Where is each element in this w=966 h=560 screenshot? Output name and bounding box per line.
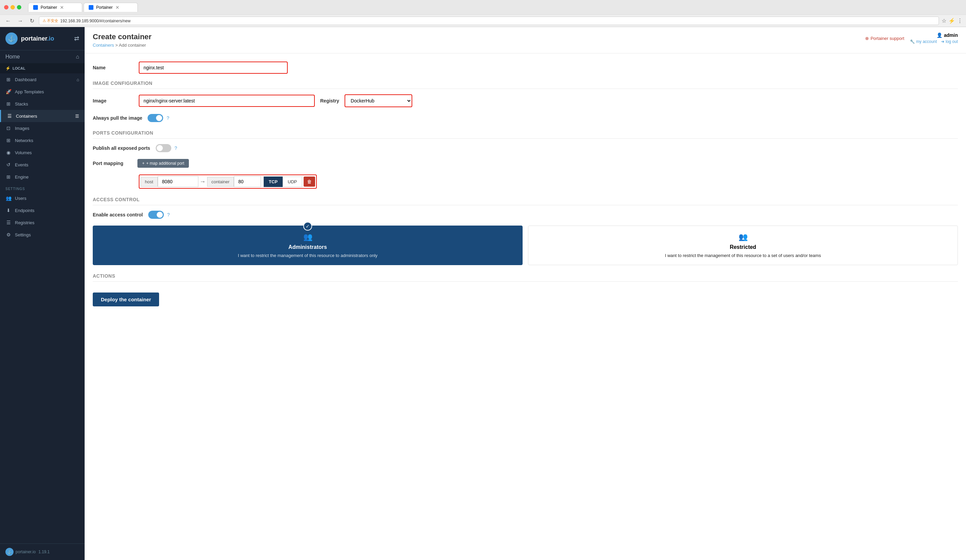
users-icon: 👥 [5,195,12,201]
containers-icon: ☰ [7,113,13,119]
browser-chrome: Portainer ✕ Portainer ✕ ← → ↻ ⚠ 不安全 192.… [0,0,966,27]
user-info: 👤 admin 🔧 my account ➜ log out [910,33,958,44]
user-actions: 🔧 my account ➜ log out [910,39,958,44]
sidebar-item-volumes[interactable]: ◉ Volumes [0,146,85,159]
sidebar-item-endpoints-inner: ⬇ Endpoints [5,208,34,213]
forward-button[interactable]: → [16,17,25,25]
sidebar-item-dashboard[interactable]: ⊞ Dashboard ⌂ [0,74,85,85]
portainer-logo-dot: .io [47,35,54,42]
access-card-restricted[interactable]: 👥 Restricted I want to restrict the mana… [528,226,958,265]
registry-select[interactable]: DockerHub [345,94,412,107]
sidebar-footer-logo: ⚓ portainer.io [5,548,36,556]
port-tcp-button[interactable]: TCP [264,177,283,187]
minimize-dot[interactable] [10,5,15,10]
endpoints-icon: ⬇ [5,208,12,213]
tab-label-1: Portainer [41,5,57,10]
name-row: Name [93,62,958,74]
sidebar-item-users[interactable]: 👥 Users [0,192,85,204]
image-input[interactable] [139,95,315,107]
image-config-inner: Registry DockerHub [139,94,958,107]
bookmark-icon[interactable]: ☆ [941,18,946,24]
sidebar-item-containers-label: Containers [16,114,37,119]
page-title: Create container [93,33,152,41]
sidebar-item-images-label: Images [15,126,30,131]
publish-all-toggle[interactable] [156,144,171,152]
user-name-text: admin [944,33,958,38]
actions-title: Actions [93,273,958,282]
support-link[interactable]: ⊗ Portainer support [865,36,904,41]
security-warning: ⚠ 不安全 [43,18,58,23]
publish-all-help-icon[interactable]: ? [175,146,177,151]
deploy-button[interactable]: Deploy the container [93,293,159,306]
breadcrumb-separator: > Add container [115,43,146,47]
extension-icon[interactable]: ⚡ [948,18,955,24]
maximize-dot[interactable] [17,5,21,10]
port-arrow-icon: → [198,178,207,185]
browser-tab-1[interactable]: Portainer ✕ [28,3,82,12]
tab-close-1[interactable]: ✕ [60,5,64,10]
always-pull-toggle[interactable] [148,114,163,122]
sidebar-item-engine-label: Engine [15,175,28,180]
user-name: 👤 admin [936,33,958,38]
port-host-input[interactable] [158,176,198,187]
browser-tab-2[interactable]: Portainer ✕ [84,3,138,12]
browser-actions: ☆ ⚡ ⋮ [941,18,963,24]
sidebar-item-engine[interactable]: ⊞ Engine [0,171,85,183]
restricted-card-icon: 👥 [535,233,951,241]
back-button[interactable]: ← [3,17,13,25]
sidebar-item-settings[interactable]: ⚙ Settings [0,229,85,241]
always-pull-toggle-wrap: ? [148,114,169,122]
name-input[interactable] [139,62,288,74]
sidebar-item-images[interactable]: ⊡ Images [0,122,85,134]
sidebar-home[interactable]: Home ⌂ [0,51,85,63]
enable-access-toggle[interactable] [148,211,164,219]
restricted-card-title: Restricted [535,244,951,250]
address-bar[interactable]: ⚠ 不安全 192.168.39.185:9000/#/containers/n… [39,16,939,25]
map-additional-port-button[interactable]: + + map additional port [137,159,189,168]
sidebar-item-endpoints[interactable]: ⬇ Endpoints [0,204,85,216]
my-account-link[interactable]: 🔧 my account [910,39,937,44]
menu-icon[interactable]: ⋮ [957,18,963,24]
sidebar-item-networks[interactable]: ⊞ Networks [0,134,85,146]
sidebar-item-registries-label: Registries [15,220,34,225]
restricted-card-desc: I want to restrict the management of thi… [535,253,951,258]
sidebar-item-engine-inner: ⊞ Engine [5,174,28,180]
port-udp-button[interactable]: UDP [283,177,302,187]
footer-version: 1.19.1 [38,550,49,554]
logout-link[interactable]: ➜ log out [941,39,958,44]
my-account-label: my account [916,39,937,44]
app-layout: ⚓ portainer.io ⇄ Home ⌂ ⚡ LOCAL ⊞ Dashbo… [0,27,966,560]
containers-list-icon: ☰ [75,114,79,119]
port-container-input[interactable] [234,176,261,187]
port-delete-button[interactable]: 🗑 [304,177,315,187]
sidebar-item-stacks-inner: ⊞ Stacks [5,101,28,106]
tab-close-2[interactable]: ✕ [115,5,120,10]
footer-portainer-text: portainer.io [16,550,36,554]
sidebar-item-volumes-inner: ◉ Volumes [5,150,32,155]
sidebar-item-dashboard-inner: ⊞ Dashboard [5,77,36,82]
reload-button[interactable]: ↻ [28,16,36,25]
enable-access-toggle-wrap: ? [148,211,170,219]
sidebar-item-containers[interactable]: ☰ Containers ☰ [0,110,85,122]
sidebar-footer: ⚓ portainer.io 1.19.1 [0,544,85,560]
url-text: 192.168.39.185:9000/#/containers/new [60,19,131,23]
sidebar-item-app-templates[interactable]: 🚀 App Templates [0,85,85,98]
sidebar-menu-icon[interactable]: ⇄ [74,35,79,42]
images-icon: ⊡ [5,126,12,131]
access-card-administrators[interactable]: ✓ 👥 Administrators I want to restrict th… [93,226,522,265]
sidebar-item-app-templates-inner: 🚀 App Templates [5,89,44,94]
access-cards: ✓ 👥 Administrators I want to restrict th… [93,226,958,265]
events-icon: ↺ [5,162,12,167]
sidebar-item-volumes-label: Volumes [15,150,32,155]
close-dot[interactable] [4,5,8,10]
sidebar-item-events[interactable]: ↺ Events [0,159,85,171]
admin-card-title: Administrators [100,244,516,250]
admin-card-check-icon: ✓ [303,222,312,231]
enable-access-help-icon[interactable]: ? [167,212,170,218]
sidebar: ⚓ portainer.io ⇄ Home ⌂ ⚡ LOCAL ⊞ Dashbo… [0,27,85,560]
sidebar-item-stacks[interactable]: ⊞ Stacks [0,98,85,110]
sidebar-item-registries[interactable]: ☰ Registries [0,216,85,229]
always-pull-help-icon[interactable]: ? [166,115,169,121]
tab-favicon-1 [33,5,38,10]
breadcrumb-link[interactable]: Containers [93,43,114,47]
